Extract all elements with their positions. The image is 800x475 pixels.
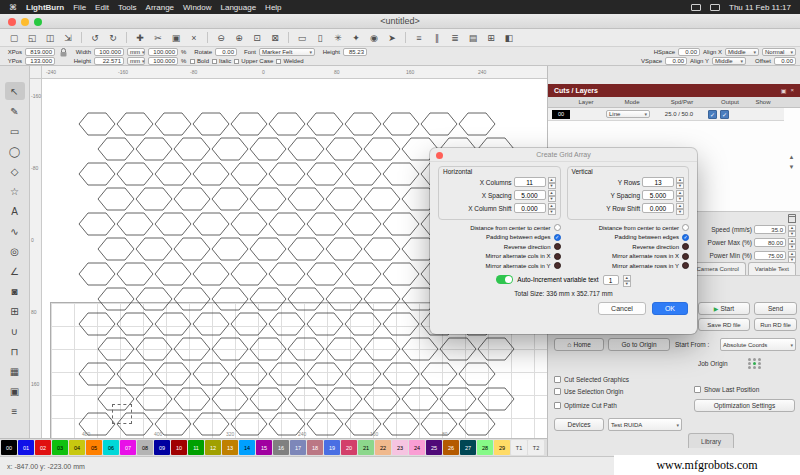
y-row-shift-input[interactable]: 0.000	[642, 203, 674, 213]
italic-checkbox[interactable]: Italic	[212, 58, 231, 64]
palette-swatch-26[interactable]: 26	[443, 440, 459, 455]
close-button[interactable]	[8, 18, 16, 26]
power-min-input[interactable]: 75.00	[754, 251, 786, 260]
job-origin-dot[interactable]	[748, 362, 751, 365]
menu-item-language[interactable]: Language	[221, 3, 257, 12]
optimization-settings-button[interactable]: Optimization Settings	[694, 399, 795, 412]
device-settings-icon[interactable]: ✦	[348, 31, 364, 45]
mirror-cols-y-checkbox[interactable]	[554, 262, 561, 269]
show-last-position-checkbox[interactable]: Show Last Position	[694, 386, 759, 393]
palette-swatch-29[interactable]: 29	[494, 440, 510, 455]
dialog-close-button[interactable]	[436, 152, 443, 159]
palette-swatch-13[interactable]: 13	[222, 440, 238, 455]
palette-swatch-T1[interactable]: T1	[511, 440, 527, 455]
mirror-cols-x-checkbox[interactable]	[554, 253, 561, 260]
palette-swatch-07[interactable]: 07	[120, 440, 136, 455]
job-origin-dot[interactable]	[753, 362, 756, 365]
weld-tool[interactable]: ∪	[5, 322, 25, 340]
send-button[interactable]: Send	[754, 302, 797, 315]
menu-item-app[interactable]: LightBurn	[26, 3, 64, 12]
speed-input[interactable]: 35.0	[754, 225, 786, 234]
rectangle-tool[interactable]: ▭	[5, 122, 25, 140]
menu-item-file[interactable]: File	[73, 3, 86, 12]
zoom-button[interactable]	[34, 18, 42, 26]
job-origin-dot[interactable]	[758, 362, 761, 365]
mirror-rows-x-checkbox[interactable]	[682, 253, 689, 260]
cancel-button[interactable]: Cancel	[598, 302, 646, 315]
speed-stepper[interactable]: ▲▼	[788, 225, 796, 235]
job-origin-dot[interactable]	[758, 358, 761, 361]
uppercase-checkbox[interactable]: Upper Case	[234, 58, 273, 64]
palette-swatch-28[interactable]: 28	[477, 440, 493, 455]
cuts-layers-header[interactable]: Cuts / Layers ▣ ×	[548, 84, 800, 97]
snap-tool[interactable]: ▦	[5, 362, 25, 380]
palette-swatch-08[interactable]: 08	[137, 440, 153, 455]
palette-swatch-19[interactable]: 19	[324, 440, 340, 455]
star-tool[interactable]: ☆	[5, 182, 25, 200]
draw-lines-tool[interactable]: ✎	[5, 102, 25, 120]
menu-item-help[interactable]: Help	[265, 3, 281, 12]
x-column-shift-stepper[interactable]: ▲▼	[548, 203, 556, 213]
height-input[interactable]: 22.571	[94, 57, 124, 65]
battery-icon[interactable]	[710, 4, 720, 11]
redo-icon[interactable]: ↻	[105, 31, 121, 45]
devices-button[interactable]: Devices	[554, 418, 604, 431]
job-origin-dot[interactable]	[748, 358, 751, 361]
distribute-vertical-icon[interactable]: ≣	[447, 31, 463, 45]
h-reverse-direction-checkbox[interactable]	[554, 243, 561, 250]
x-columns-input[interactable]: 11	[514, 177, 546, 187]
font-height-input[interactable]: 85.23	[343, 48, 367, 56]
laser-pointer-icon[interactable]: ➤	[384, 31, 400, 45]
save-file-icon[interactable]: ◫	[42, 31, 58, 45]
x-columns-stepper[interactable]: ▲▼	[548, 177, 556, 187]
rotate-input[interactable]: 0.00	[215, 48, 237, 56]
palette-swatch-01[interactable]: 01	[18, 440, 34, 455]
home-button[interactable]: ⌂Home	[554, 338, 604, 351]
palette-swatch-02[interactable]: 02	[35, 440, 51, 455]
ypos-input[interactable]: 133.000	[25, 57, 55, 65]
auto-increment-toggle[interactable]	[496, 275, 513, 284]
delete-icon[interactable]: ×	[186, 31, 202, 45]
preview-icon[interactable]: ▭	[294, 31, 310, 45]
fit-view-icon[interactable]: ⊠	[267, 31, 283, 45]
offset-input[interactable]: 0.00	[774, 57, 796, 65]
apple-menu-icon[interactable]: ⌘	[9, 3, 17, 12]
open-file-icon[interactable]: ◱	[24, 31, 40, 45]
group-tool[interactable]: ▣	[5, 382, 25, 400]
save-rd-file-button[interactable]: Save RD file	[698, 318, 750, 331]
group-icon[interactable]: ▤	[465, 31, 481, 45]
v-reverse-direction-checkbox[interactable]	[682, 243, 689, 250]
layer-down-icon[interactable]: ▼	[789, 164, 795, 170]
frame-selection-icon[interactable]: ⊡	[249, 31, 265, 45]
width-percent-input[interactable]: 100.000	[148, 48, 178, 56]
y-rows-stepper[interactable]: ▲▼	[676, 177, 684, 187]
ok-button[interactable]: OK	[652, 302, 688, 315]
palette-swatch-15[interactable]: 15	[256, 440, 272, 455]
keyboard-icon[interactable]	[691, 4, 701, 11]
layer-mode-select[interactable]: Line▾	[606, 110, 650, 118]
v-padding-edges-checkbox[interactable]: ✓	[682, 234, 689, 241]
tab-camera-control[interactable]: Camera Control	[690, 262, 746, 275]
x-column-shift-input[interactable]: 0.000	[514, 203, 546, 213]
use-selection-origin-checkbox[interactable]: Use Selection Origin	[554, 388, 623, 395]
y-spacing-stepper[interactable]: ▲▼	[676, 190, 684, 200]
start-button[interactable]: ▶Start	[698, 302, 750, 315]
zoom-out-icon[interactable]: ⊖	[213, 31, 229, 45]
device-select[interactable]: Test RUIDA▾	[608, 418, 682, 431]
y-rows-input[interactable]: 13	[642, 177, 674, 187]
minimize-button[interactable]	[21, 18, 29, 26]
menu-item-edit[interactable]: Edit	[95, 3, 109, 12]
layer-output-checkbox[interactable]: ✓	[708, 110, 717, 119]
palette-swatch-14[interactable]: 14	[239, 440, 255, 455]
bold-checkbox[interactable]: Bold	[190, 58, 209, 64]
palette-swatch-22[interactable]: 22	[375, 440, 391, 455]
tab-library[interactable]: Library	[688, 433, 734, 448]
palette-swatch-06[interactable]: 06	[103, 440, 119, 455]
width-input[interactable]: 100.000	[94, 48, 124, 56]
start-from-select[interactable]: Absolute Coords▾	[720, 338, 796, 351]
auto-increment-stepper[interactable]: ▲▼	[623, 275, 631, 285]
undo-icon[interactable]: ↺	[87, 31, 103, 45]
align-tool[interactable]: ≡	[5, 402, 25, 420]
palette-swatch-16[interactable]: 16	[273, 440, 289, 455]
palette-swatch-05[interactable]: 05	[86, 440, 102, 455]
